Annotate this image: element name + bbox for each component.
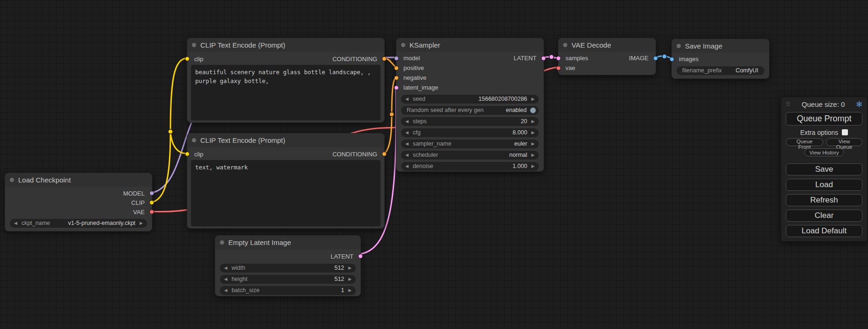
decrement-arrow-icon[interactable]: ◀ [14,221,17,225]
decrement-arrow-icon[interactable]: ◀ [405,142,409,146]
negative-input-dot[interactable] [394,76,399,80]
width-widget[interactable]: ◀ width 512 ▶ [220,264,356,273]
increment-arrow-icon[interactable]: ▶ [348,266,352,270]
increment-arrow-icon[interactable]: ▶ [348,277,352,281]
input-slot-negative: negative [396,73,543,83]
queue-prompt-button[interactable]: Queue Prompt [786,112,862,126]
increment-arrow-icon[interactable]: ▶ [348,288,352,293]
random-seed-toggle-widget[interactable]: Random seed after every gen enabled [401,106,539,115]
height-widget[interactable]: ◀ height 512 ▶ [220,275,356,284]
model-input-dot[interactable] [394,56,399,61]
latent-output-dot[interactable] [358,254,363,259]
ckpt-name-widget[interactable]: ◀ ckpt_name v1-5-pruned-emaonly.ckpt ▶ [10,219,147,228]
view-queue-button[interactable]: View Queue [826,138,862,146]
slot-label: positive [403,64,424,71]
collapse-dot-icon[interactable] [563,43,567,47]
settings-gear-icon[interactable]: ✻ [856,100,862,109]
increment-arrow-icon[interactable]: ▶ [531,142,535,146]
node-clip-text-encode-negative[interactable]: CLIP Text Encode (Prompt) clip CONDITION… [187,133,385,229]
node-title-bar[interactable]: Save Image [672,39,769,53]
refresh-button[interactable]: Refresh [786,194,862,206]
negative-prompt-textarea[interactable]: text, watermark [191,160,381,226]
node-graph-canvas[interactable]: Load Checkpoint MODEL CLIP VAE ◀ ckpt_na… [0,0,868,329]
vae-input-dot[interactable] [556,66,561,70]
increment-arrow-icon[interactable]: ▶ [531,164,535,168]
vae-output-dot[interactable] [149,210,154,214]
latent-image-input-dot[interactable] [394,85,399,90]
filename-prefix-widget[interactable]: filename_prefix ComfyUI [677,66,764,75]
extra-options-checkbox[interactable] [842,129,848,135]
collapse-dot-icon[interactable] [401,43,405,47]
model-output-dot[interactable] [149,191,154,196]
node-vae-decode[interactable]: VAE Decode samples IMAGE vae [558,38,656,75]
denoise-widget[interactable]: ◀ denoise 1.000 ▶ [401,162,539,171]
save-button[interactable]: Save [786,163,862,175]
cfg-widget[interactable]: ◀ cfg 8.000 ▶ [401,128,539,137]
reroute-dot-image[interactable] [662,54,667,59]
node-title: KSampler [409,41,440,49]
seed-widget[interactable]: ◀ seed 156680208700286 ▶ [401,95,539,104]
samples-input-dot[interactable] [556,56,561,61]
increment-arrow-icon[interactable]: ▶ [140,221,143,225]
slot-label: LATENT [331,253,353,260]
increment-arrow-icon[interactable]: ▶ [531,153,535,157]
wire-conditioning-negative-trunk [385,114,392,154]
node-clip-text-encode-positive[interactable]: CLIP Text Encode (Prompt) clip CONDITION… [187,38,385,123]
images-input-dot[interactable] [670,57,674,62]
collapse-dot-icon[interactable] [192,138,196,142]
collapse-dot-icon[interactable] [10,178,14,182]
increment-arrow-icon[interactable]: ▶ [531,119,535,124]
load-button[interactable]: Load [786,179,862,191]
node-title-bar[interactable]: CLIP Text Encode (Prompt) [187,133,384,147]
collapse-dot-icon[interactable] [192,43,196,47]
clear-button[interactable]: Clear [786,210,862,222]
reroute-dot-clip[interactable] [168,129,173,134]
reroute-dot-conditioning[interactable] [389,112,394,117]
decrement-arrow-icon[interactable]: ◀ [405,153,409,157]
sampler-name-widget[interactable]: ◀ sampler_name euler ▶ [401,140,539,148]
reroute-dot-latent[interactable] [549,55,554,59]
node-ksampler[interactable]: KSampler model LATENT positive negative … [396,38,544,172]
node-load-checkpoint[interactable]: Load Checkpoint MODEL CLIP VAE ◀ ckpt_na… [5,173,152,231]
clip-output-dot[interactable] [149,200,154,205]
node-title-bar[interactable]: KSampler [396,38,543,52]
decrement-arrow-icon[interactable]: ◀ [224,266,227,270]
latent-output-dot[interactable] [541,56,546,61]
node-title-bar[interactable]: VAE Decode [558,38,656,52]
decrement-arrow-icon[interactable]: ◀ [224,277,227,281]
positive-prompt-textarea[interactable]: beautiful scenery nature glass bottle la… [191,65,381,120]
scheduler-widget[interactable]: ◀ scheduler normal ▶ [401,151,539,160]
decrement-arrow-icon[interactable]: ◀ [405,164,409,168]
node-title-bar[interactable]: Empty Latent Image [215,236,360,249]
slot-label: IMAGE [629,55,649,62]
decrement-arrow-icon[interactable]: ◀ [405,119,409,124]
decrement-arrow-icon[interactable]: ◀ [405,97,409,101]
collapse-dot-icon[interactable] [677,44,681,48]
decrement-arrow-icon[interactable]: ◀ [224,288,227,293]
queue-front-button[interactable]: Queue Front [786,138,823,146]
clip-input-dot[interactable] [185,152,190,156]
node-title-bar[interactable]: Load Checkpoint [5,173,152,187]
conditioning-output-dot[interactable] [382,152,387,156]
drag-handle-icon[interactable]: ⠿ [786,101,790,108]
node-title-bar[interactable]: CLIP Text Encode (Prompt) [187,38,384,52]
input-slot-latent-image: latent_image [396,83,543,92]
conditioning-output-dot[interactable] [382,56,387,61]
view-history-button[interactable]: View History [804,148,844,156]
increment-arrow-icon[interactable]: ▶ [531,97,535,101]
node-title: CLIP Text Encode (Prompt) [200,136,285,144]
collapse-dot-icon[interactable] [220,240,224,245]
clip-input-dot[interactable] [185,56,190,61]
slot-label: latent_image [403,84,438,91]
slot-row-clip-conditioning: clip CONDITIONING [187,149,384,159]
load-default-button[interactable]: Load Default [786,225,862,237]
image-output-dot[interactable] [653,56,658,61]
positive-input-dot[interactable] [394,66,399,70]
steps-widget[interactable]: ◀ steps 20 ▶ [401,117,539,126]
toggle-knob-icon[interactable] [530,107,536,113]
batch-size-widget[interactable]: ◀ batch_size 1 ▶ [220,286,356,295]
increment-arrow-icon[interactable]: ▶ [531,131,535,135]
node-save-image[interactable]: Save Image images filename_prefix ComfyU… [671,39,769,79]
decrement-arrow-icon[interactable]: ◀ [405,131,409,135]
node-empty-latent-image[interactable]: Empty Latent Image LATENT ◀ width 512 ▶ … [215,235,361,296]
